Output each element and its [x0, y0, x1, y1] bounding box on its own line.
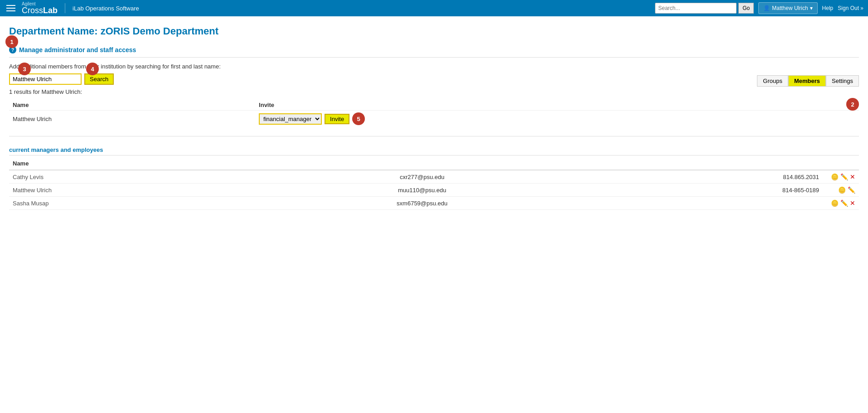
- role-select[interactable]: financial_manager manager employee: [259, 113, 322, 125]
- search-input[interactable]: [655, 3, 737, 14]
- search-bar: Go: [655, 3, 754, 14]
- search-results-table: Name Invite Matthew Ulrich financial_man…: [9, 100, 859, 127]
- step-3-bubble: 3: [18, 63, 31, 75]
- action-icons: 🪙✏️: [826, 186, 855, 194]
- member-phone: [582, 197, 823, 210]
- member-name-link[interactable]: Sasha Musap: [13, 200, 49, 207]
- search-go-button[interactable]: Go: [738, 3, 754, 14]
- search-result-row: Matthew Ulrich financial_manager manager…: [9, 111, 859, 127]
- table-row: Cathy Leviscxr277@psu.edu814.865.2031🪙✏️…: [9, 170, 859, 184]
- step-4-bubble: 4: [86, 63, 99, 75]
- logo-crosslab-text: CrossLab: [22, 6, 58, 15]
- member-name-link[interactable]: Cathy Levis: [13, 174, 44, 180]
- member-search-input[interactable]: [9, 73, 82, 85]
- member-email: cxr277@psu.edu: [262, 170, 581, 184]
- member-name-link[interactable]: Matthew Ulrich: [13, 187, 52, 194]
- step-5-bubble: 5: [352, 112, 365, 125]
- edit-icon[interactable]: ✏️: [840, 173, 848, 180]
- table-row: Sasha Musapsxm6759@psu.edu🪙✏️✕: [9, 197, 859, 210]
- result-col-invite: Invite: [255, 100, 859, 111]
- edit-icon[interactable]: ✏️: [848, 186, 855, 194]
- coin-icon[interactable]: 🪙: [838, 186, 846, 194]
- top-navigation: Agilent CrossLab iLab Operations Softwar…: [0, 0, 868, 16]
- action-icons: 🪙✏️✕: [826, 199, 855, 207]
- table-row: Matthew Ulrichmuu110@psu.edu814-865-0189…: [9, 184, 859, 197]
- manage-section-header: ? Manage administrator and staff access: [9, 42, 859, 58]
- menu-button[interactable]: [5, 3, 17, 13]
- members-col-email: [262, 157, 581, 170]
- user-menu-button[interactable]: 👤 Matthew Ulrich ▾: [758, 2, 817, 14]
- logo: Agilent CrossLab: [22, 2, 58, 15]
- coin-icon[interactable]: 🪙: [831, 199, 839, 207]
- user-icon: 👤: [763, 5, 770, 11]
- signout-button[interactable]: Sign Out: [838, 5, 863, 11]
- invite-cell: financial_manager manager employee Invit…: [259, 112, 855, 125]
- result-col-name: Name: [9, 100, 255, 111]
- manage-section-title: Manage administrator and staff access: [19, 46, 136, 53]
- add-member-instruction: Add additional members from your institu…: [9, 63, 859, 70]
- members-col-actions: [823, 157, 859, 170]
- member-actions: 🪙✏️: [823, 184, 859, 197]
- member-email: sxm6759@psu.edu: [262, 197, 581, 210]
- member-phone: 814.865.2031: [582, 170, 823, 184]
- member-phone: 814-865-0189: [582, 184, 823, 197]
- edit-icon[interactable]: ✏️: [840, 199, 848, 207]
- search-result-count: 1 results for Matthew Ulrich:: [9, 88, 859, 95]
- step-2-bubble: 2: [846, 98, 859, 111]
- search-row: 3 4 Search: [9, 73, 859, 85]
- result-name: Matthew Ulrich: [9, 111, 255, 127]
- coin-icon[interactable]: 🪙: [831, 173, 839, 180]
- current-section-title: current managers and employees: [9, 140, 859, 155]
- action-icons: 🪙✏️✕: [826, 173, 855, 180]
- app-title: iLab Operations Software: [73, 5, 139, 12]
- members-col-phone: [582, 157, 823, 170]
- member-actions: 🪙✏️✕: [823, 170, 859, 184]
- page-title: Department Name: zORIS Demo Department: [9, 21, 859, 42]
- invite-button[interactable]: Invite: [325, 114, 349, 124]
- help-button[interactable]: Help: [822, 5, 834, 11]
- members-table: Name Cathy Leviscxr277@psu.edu814.865.20…: [9, 157, 859, 210]
- nav-divider: [65, 3, 65, 13]
- member-email: muu110@psu.edu: [262, 184, 581, 197]
- delete-icon[interactable]: ✕: [850, 199, 855, 207]
- member-search-button[interactable]: Search: [84, 73, 114, 85]
- member-actions: 🪙✏️✕: [823, 197, 859, 210]
- delete-icon[interactable]: ✕: [850, 173, 855, 180]
- main-content: 1 Department Name: zORIS Demo Department…: [0, 16, 868, 413]
- step-1-bubble: 1: [5, 35, 18, 48]
- chevron-down-icon: ▾: [810, 5, 813, 11]
- members-col-name: Name: [9, 157, 262, 170]
- user-name-label: Matthew Ulrich: [772, 5, 808, 11]
